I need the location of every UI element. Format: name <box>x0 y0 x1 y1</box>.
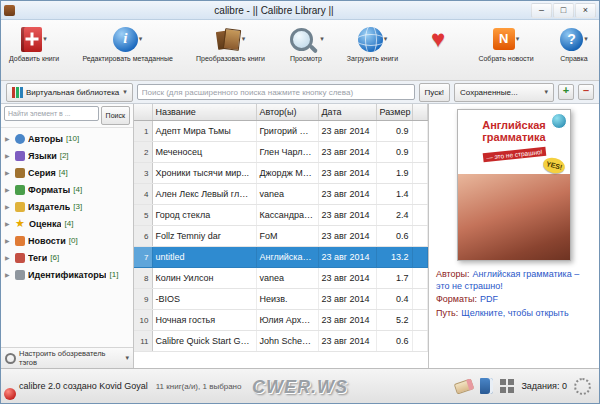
red-sphere-icon <box>4 388 16 400</box>
table-row[interactable]: 8 Колин Уилсон vanea 23 авг 2014 1.7 <box>134 268 428 289</box>
table-row[interactable]: 4 Ален Лекс Левый глаз... vanea 23 авг 2… <box>134 184 428 205</box>
main-area: Поиск ▶ Авторы [10] ▶ Языки [2] ▶ <box>1 104 599 368</box>
chevron-down-icon[interactable]: ▾ <box>139 35 143 43</box>
expander-icon[interactable]: ▶ <box>5 271 12 278</box>
add-books-icon <box>21 27 42 52</box>
table-row[interactable]: 11 Calibre Quick Start Guide John Schemb… <box>134 331 428 352</box>
add-books-button[interactable]: ▾ Добавить книги <box>7 23 61 63</box>
magnifier-icon <box>290 28 313 51</box>
expander-icon[interactable]: ▶ <box>5 237 12 244</box>
sidebar-item-series[interactable]: ▶ Серия [4] <box>1 164 133 181</box>
save-search-icon[interactable] <box>558 84 574 100</box>
column-header-size[interactable]: Размер <box>376 104 412 121</box>
chevron-down-icon[interactable]: ▾ <box>584 35 588 43</box>
identifiers-icon <box>15 270 25 280</box>
grid-layout-icon[interactable] <box>500 379 506 385</box>
cover-photo <box>458 174 570 260</box>
convert-books-icon <box>216 27 241 51</box>
table-row[interactable]: 9 -BIOS Неизв. 23 авг 2014 0.4 <box>134 289 428 310</box>
sidebar-item-tags[interactable]: ▶ Теги [6] <box>1 249 133 266</box>
book-count-text: 11 книг(а/и), 1 выбрано <box>156 382 242 391</box>
path-link[interactable]: Щелкните, чтобы открыть <box>461 308 568 318</box>
minimize-button[interactable]: – <box>531 3 552 18</box>
edit-metadata-icon <box>113 27 138 52</box>
chevron-down-icon: ▾ <box>123 88 127 96</box>
library-icon <box>12 87 15 98</box>
row-number-header <box>134 104 152 121</box>
column-header-extra <box>412 104 428 121</box>
close-button[interactable]: × <box>575 3 596 18</box>
table-row[interactable]: 5 Город стекла Кассандра К... 23 авг 201… <box>134 205 428 226</box>
book-cover[interactable]: Английская грамматика — это не страшно! … <box>457 109 571 261</box>
configure-tag-browser-button[interactable]: Настроить обозреватель тэгов ▾ <box>1 347 133 368</box>
eraser-icon[interactable] <box>454 378 475 394</box>
tags-icon <box>15 253 25 263</box>
field-formats: Форматы:PDF <box>436 294 592 306</box>
table-row[interactable]: 6 Follz Temniy dar FoM 23 авг 2014 0.6 <box>134 226 428 247</box>
book-details-toggle-icon[interactable] <box>480 378 493 394</box>
expander-icon[interactable]: ▶ <box>5 254 12 261</box>
tag-browser-find-button[interactable]: Поиск <box>101 106 130 125</box>
column-header-title[interactable]: Название <box>152 104 256 121</box>
status-bar: calibre 2.0 создано Kovid Goyal 11 книг(… <box>1 368 599 403</box>
donate-button[interactable]: ♥ <box>419 23 457 56</box>
news-feed-icon <box>15 236 25 246</box>
table-row[interactable]: 1 Адепт Мира Тьмы Григорий Ви.. 23 авг 2… <box>134 121 428 142</box>
titlebar: calibre - || Calibre Library || – □ × <box>1 1 599 20</box>
sidebar-item-publisher[interactable]: ▶ Издатель [3] <box>1 198 133 215</box>
heart-icon: ♥ <box>431 26 445 52</box>
fetch-books-button[interactable]: ▾ Загрузить книги <box>345 23 400 63</box>
chevron-down-icon: ▾ <box>544 88 548 96</box>
star-icon: ★ <box>15 218 26 229</box>
sidebar-item-identifiers[interactable]: ▶ Идентификаторы [1] <box>1 266 133 283</box>
sidebar-item-authors[interactable]: ▶ Авторы [10] <box>1 130 133 147</box>
view-button[interactable]: ▾ Просмотр <box>286 23 326 63</box>
expander-icon[interactable]: ▶ <box>5 203 12 210</box>
book-details-panel: Английская грамматика — это не страшно! … <box>429 104 599 368</box>
jobs-spinner-icon[interactable] <box>574 378 591 395</box>
search-go-button[interactable]: Пуск! <box>419 83 450 102</box>
chevron-down-icon: ▾ <box>125 354 129 362</box>
edit-metadata-button[interactable]: ▾ Редактировать метаданные <box>80 23 174 63</box>
cover-badge-icon <box>551 113 567 129</box>
chevron-down-icon[interactable]: ▾ <box>43 35 47 43</box>
table-row[interactable]: 3 Хроники тысячи мир... Джордж Ма... 23 … <box>134 163 428 184</box>
search-input[interactable] <box>137 84 415 100</box>
table-row[interactable]: 10 Ночная гостья Юлия Архар... 23 авг 20… <box>134 310 428 331</box>
column-header-date[interactable]: Дата <box>318 104 376 121</box>
sidebar-item-news[interactable]: ▶ Новости [0] <box>1 232 133 249</box>
search-bar: Виртуальная библиотека ▾ Пуск! Сохраненн… <box>1 81 599 104</box>
languages-icon <box>15 151 25 161</box>
series-icon <box>15 168 25 178</box>
wrench-icon <box>5 353 16 364</box>
chevron-down-icon[interactable]: ▾ <box>320 35 324 43</box>
sidebar-item-formats[interactable]: ▶ Форматы [4] <box>1 181 133 198</box>
help-button[interactable]: ▾ Справка <box>555 23 593 63</box>
saved-searches-dropdown[interactable]: Сохраненные... ▾ <box>454 83 554 102</box>
sidebar-item-rating[interactable]: ▶ ★ Оценка [4] <box>1 215 133 232</box>
jobs-indicator[interactable]: Задания: 0 <box>521 381 567 391</box>
chevron-down-icon[interactable]: ▾ <box>242 35 246 43</box>
delete-search-icon[interactable] <box>578 84 594 100</box>
expander-icon[interactable]: ▶ <box>5 135 12 142</box>
sidebar-item-languages[interactable]: ▶ Языки [2] <box>1 147 133 164</box>
convert-books-button[interactable]: ▾ Преобразовать книги <box>194 23 267 63</box>
chevron-down-icon[interactable]: ▾ <box>516 35 520 43</box>
tag-browser-find-input[interactable] <box>4 106 99 121</box>
publisher-icon <box>15 202 25 212</box>
book-list: Название Автор(ы) Дата Размер 1 Адепт Ми… <box>134 104 429 368</box>
expander-icon[interactable]: ▶ <box>5 152 12 159</box>
fetch-news-button[interactable]: ▾ Собрать новости <box>476 23 535 63</box>
column-header-authors[interactable]: Автор(ы) <box>256 104 318 121</box>
expander-icon[interactable]: ▶ <box>5 169 12 176</box>
table-row[interactable]: 2 Меченосец Глен Чарльз .. 23 авг 2014 0… <box>134 142 428 163</box>
chevron-down-icon[interactable]: ▾ <box>384 35 388 43</box>
expander-icon[interactable]: ▶ <box>5 186 12 193</box>
format-link[interactable]: PDF <box>480 294 498 304</box>
virtual-library-button[interactable]: Виртуальная библиотека ▾ <box>6 83 133 102</box>
tag-browser: Поиск ▶ Авторы [10] ▶ Языки [2] ▶ <box>1 104 134 368</box>
expander-icon[interactable]: ▶ <box>5 220 12 227</box>
maximize-button[interactable]: □ <box>553 3 574 18</box>
calibre-window: calibre - || Calibre Library || – □ × ▾ … <box>0 0 600 404</box>
table-row-selected[interactable]: 7 untitled Английская ... 23 авг 2014 13… <box>134 247 428 268</box>
